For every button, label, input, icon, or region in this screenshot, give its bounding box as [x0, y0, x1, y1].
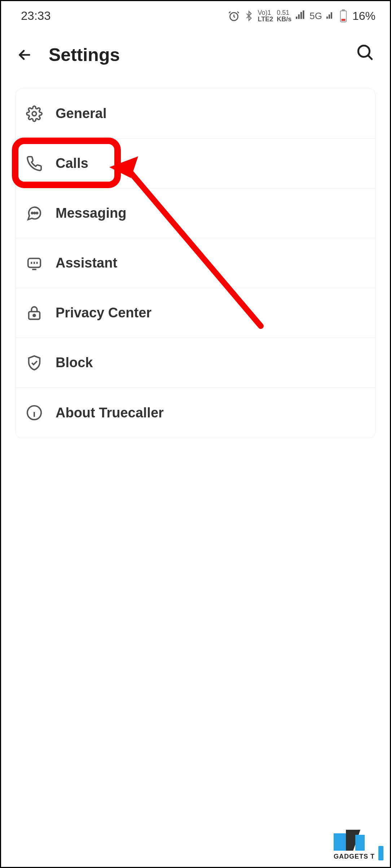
settings-item-block[interactable]: Block	[16, 338, 375, 388]
settings-item-label: Assistant	[56, 255, 117, 271]
shield-icon	[25, 354, 43, 372]
svg-rect-2	[342, 9, 345, 11]
svg-rect-15	[334, 833, 347, 851]
settings-item-label: Block	[56, 355, 93, 370]
svg-rect-17	[355, 835, 365, 851]
settings-item-privacy[interactable]: Privacy Center	[16, 288, 375, 338]
settings-item-label: General	[56, 106, 107, 121]
svg-point-11	[33, 314, 35, 316]
settings-item-calls[interactable]: Calls	[16, 139, 375, 188]
svg-point-5	[32, 112, 36, 116]
message-icon	[25, 204, 43, 222]
status-right: Vo)1 LTE2 0.51 KB/s 5G 16%	[228, 9, 375, 23]
phone-icon	[25, 155, 43, 173]
signal-icon	[295, 10, 306, 21]
page-title: Settings	[49, 44, 120, 65]
settings-item-label: Messaging	[56, 205, 126, 221]
svg-point-7	[34, 212, 35, 214]
battery-percent: 16%	[352, 9, 375, 23]
settings-item-about[interactable]: About Truecaller	[16, 388, 375, 438]
lock-icon	[25, 304, 43, 322]
settings-list: General Calls Messaging Assistant	[16, 88, 375, 438]
volte-indicator: Vo)1 LTE2	[258, 9, 273, 22]
settings-item-label: Calls	[56, 156, 88, 171]
back-button[interactable]	[16, 46, 34, 64]
settings-item-general[interactable]: General	[16, 89, 375, 139]
bluetooth-icon	[243, 10, 254, 21]
settings-item-label: About Truecaller	[56, 405, 164, 421]
network-type: 5G	[309, 10, 322, 22]
watermark-bar	[378, 846, 383, 860]
alarm-icon	[228, 10, 240, 22]
assistant-icon	[25, 254, 43, 272]
network-speed: 0.51 KB/s	[277, 9, 291, 22]
svg-point-6	[31, 212, 33, 214]
settings-item-messaging[interactable]: Messaging	[16, 188, 375, 238]
svg-point-8	[36, 212, 38, 214]
watermark-text: GADGETS T	[334, 853, 375, 860]
battery-icon	[339, 9, 347, 22]
watermark: GADGETS T	[334, 826, 383, 860]
settings-item-label: Privacy Center	[56, 305, 151, 321]
app-bar: Settings	[1, 26, 390, 80]
signal-icon-2	[326, 11, 336, 21]
status-time: 23:33	[21, 9, 51, 23]
search-button[interactable]	[356, 43, 375, 63]
svg-rect-3	[341, 19, 345, 21]
info-icon	[25, 404, 43, 422]
settings-item-assistant[interactable]: Assistant	[16, 238, 375, 288]
gear-icon	[25, 105, 43, 123]
status-bar: 23:33 Vo)1 LTE2 0.51 KB/s 5G	[1, 1, 390, 26]
